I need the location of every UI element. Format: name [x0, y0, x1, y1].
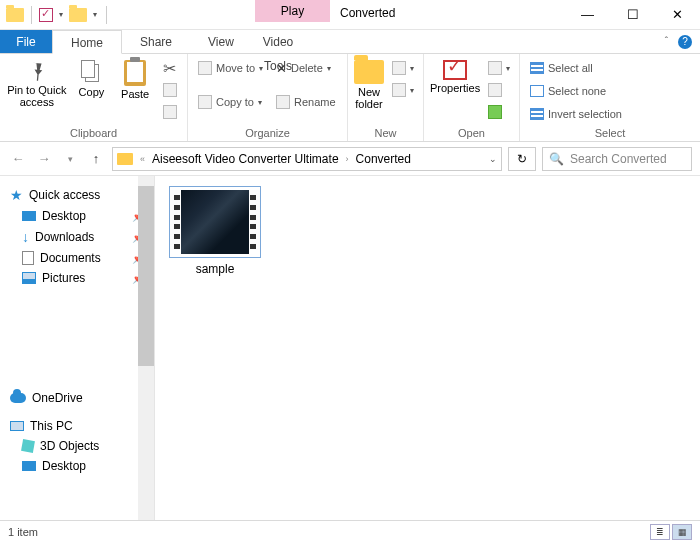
chevron-down-icon[interactable]: ▾ [91, 10, 99, 19]
refresh-button[interactable]: ↻ [508, 147, 536, 171]
ribbon-group-select: Select all Select none Invert selection … [520, 54, 700, 141]
title-bar: ▾ ▾ Play Converted — ☐ ✕ [0, 0, 700, 30]
collapse-ribbon-icon[interactable]: ˆ [665, 36, 668, 47]
select-none-icon [530, 85, 544, 97]
button-label: Paste [121, 88, 149, 100]
tab-video-tools[interactable]: Video Tools [238, 30, 318, 54]
sidebar-item-label: Pictures [42, 271, 85, 285]
sidebar-item-label: This PC [30, 419, 73, 433]
invert-selection-button[interactable]: Invert selection [526, 104, 626, 124]
search-placeholder: Search Converted [570, 152, 667, 166]
file-name: sample [196, 262, 235, 276]
group-label: New [354, 125, 417, 139]
sidebar-item-desktop-pc[interactable]: Desktop [4, 456, 150, 476]
new-folder-button[interactable]: New folder [354, 58, 384, 110]
sidebar-item-quick-access[interactable]: ★Quick access [4, 184, 150, 206]
open-button[interactable]: ▾ [484, 58, 514, 78]
folder-icon[interactable] [69, 8, 87, 22]
chevron-down-icon[interactable]: ⌄ [489, 154, 497, 164]
details-view-button[interactable]: ≣ [650, 524, 670, 540]
button-label: Delete [291, 62, 323, 74]
forward-button[interactable]: → [34, 149, 54, 169]
close-button[interactable]: ✕ [655, 0, 700, 30]
chevron-down-icon[interactable]: ▾ [57, 10, 65, 19]
history-button[interactable] [484, 102, 514, 122]
file-list-pane[interactable]: sample [155, 176, 700, 520]
edit-button[interactable] [484, 80, 514, 100]
file-item-sample[interactable]: sample [165, 186, 265, 276]
easy-access-button[interactable]: ▾ [388, 80, 418, 100]
large-icons-view-button[interactable]: ▦ [672, 524, 692, 540]
recent-locations-button[interactable]: ▾ [60, 149, 80, 169]
sidebar-item-this-pc[interactable]: This PC [4, 416, 150, 436]
button-label: Copy [79, 86, 105, 98]
properties-button[interactable]: Properties [430, 58, 480, 94]
rename-button[interactable]: Rename [272, 92, 340, 112]
open-icon [488, 61, 502, 75]
edit-icon [488, 83, 502, 97]
select-none-button[interactable]: Select none [526, 81, 610, 101]
easy-access-icon [392, 83, 406, 97]
sidebar-item-pictures[interactable]: Pictures📌 [4, 268, 150, 288]
quick-access-toolbar: ▾ ▾ [0, 6, 116, 24]
sidebar-item-label: Downloads [35, 230, 94, 244]
tab-file[interactable]: File [0, 30, 52, 53]
back-button[interactable]: ← [8, 149, 28, 169]
copy-icon [79, 60, 103, 84]
select-all-button[interactable]: Select all [526, 58, 597, 78]
sidebar-item-downloads[interactable]: ↓Downloads📌 [4, 226, 150, 248]
minimize-button[interactable]: — [565, 0, 610, 30]
help-icon[interactable]: ? [678, 35, 692, 49]
star-icon: ★ [10, 187, 23, 203]
ribbon-group-open: Properties ▾ Open [424, 54, 520, 141]
group-label: Organize [194, 125, 341, 139]
button-label: Invert selection [548, 108, 622, 120]
sidebar-item-desktop[interactable]: Desktop📌 [4, 206, 150, 226]
sidebar-item-documents[interactable]: Documents📌 [4, 248, 150, 268]
pictures-icon [22, 272, 36, 284]
paste-button[interactable]: Paste [115, 58, 155, 100]
tab-home[interactable]: Home [52, 30, 122, 54]
button-label: Rename [294, 96, 336, 108]
scissors-icon: ✂ [163, 59, 176, 78]
properties-qat-icon[interactable] [39, 8, 53, 22]
sidebar-item-label: Desktop [42, 209, 86, 223]
button-label: Pin to Quick access [6, 84, 68, 108]
search-input[interactable]: 🔍 Search Converted [542, 147, 692, 171]
breadcrumb-separator: « [137, 154, 148, 164]
group-label: Select [526, 125, 694, 139]
address-bar[interactable]: « Aiseesoft Video Converter Ultimate › C… [112, 147, 502, 171]
scrollbar-thumb[interactable] [138, 186, 154, 366]
paste-icon [124, 60, 146, 86]
copy-to-button[interactable]: Copy to▾ [194, 92, 272, 112]
select-all-icon [530, 62, 544, 74]
contextual-tab-play: Play [255, 0, 330, 22]
properties-icon [443, 60, 467, 80]
sidebar-item-label: 3D Objects [40, 439, 99, 453]
downloads-icon: ↓ [22, 229, 29, 245]
button-label: Select all [548, 62, 593, 74]
cut-button[interactable]: ✂ [159, 58, 181, 78]
scrollbar-track[interactable] [138, 176, 154, 520]
ribbon-group-new: New folder ▾ ▾ New [348, 54, 424, 141]
folder-icon[interactable] [6, 8, 24, 22]
tab-share[interactable]: Share [122, 30, 190, 53]
copy-path-button[interactable] [159, 80, 181, 100]
move-icon [198, 61, 212, 75]
new-item-button[interactable]: ▾ [388, 58, 418, 78]
move-to-button[interactable]: Move to▾ [194, 58, 272, 78]
copy-button[interactable]: Copy [72, 58, 112, 98]
pc-icon [10, 421, 24, 431]
navigation-pane: ★Quick access Desktop📌 ↓Downloads📌 Docum… [0, 176, 155, 520]
video-film-icon [173, 190, 257, 254]
up-button[interactable]: ↑ [86, 149, 106, 169]
maximize-button[interactable]: ☐ [610, 0, 655, 30]
paste-shortcut-button[interactable] [159, 102, 181, 122]
breadcrumb-item[interactable]: Converted [356, 152, 411, 166]
sidebar-item-3d-objects[interactable]: 3D Objects [4, 436, 150, 456]
sidebar-item-onedrive[interactable]: OneDrive [4, 388, 150, 408]
navigation-bar: ← → ▾ ↑ « Aiseesoft Video Converter Ulti… [0, 142, 700, 176]
pin-to-quick-access-button[interactable]: Pin to Quick access [6, 58, 68, 108]
breadcrumb-item[interactable]: Aiseesoft Video Converter Ultimate [152, 152, 339, 166]
explorer-body: ★Quick access Desktop📌 ↓Downloads📌 Docum… [0, 176, 700, 520]
